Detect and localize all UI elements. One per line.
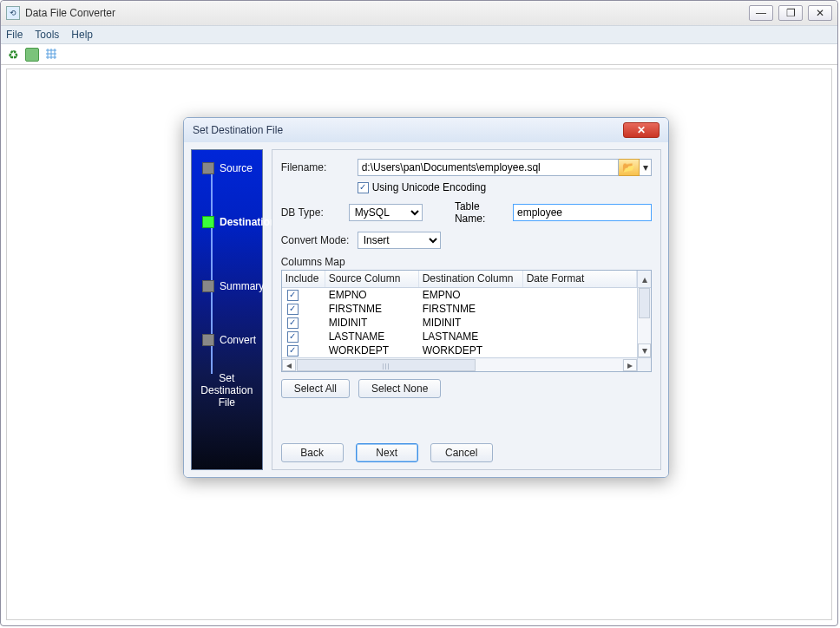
browse-button[interactable]: 📂 (619, 159, 640, 176)
menu-help[interactable]: Help (71, 29, 93, 41)
header-destination-column[interactable]: Destination Column (419, 271, 523, 287)
convert-icon[interactable]: ♻ (6, 48, 20, 62)
source-column-cell: FIRSTNME (325, 303, 419, 315)
include-checkbox[interactable]: ✓ (287, 317, 299, 329)
cancel-button[interactable]: Cancel (430, 443, 493, 462)
columns-grid: Include Source Column Destination Column… (281, 270, 652, 372)
grid-view-icon[interactable] (44, 48, 58, 62)
scroll-right-button[interactable]: ▸ (623, 359, 637, 371)
source-column-cell: EMPNO (325, 289, 419, 301)
titlebar[interactable]: ⟲ Data File Converter — ❐ ✕ (1, 1, 837, 25)
columns-map-label: Columns Map (281, 256, 652, 268)
select-none-button[interactable]: Select None (358, 379, 441, 398)
source-column-cell: WORKDEPT (325, 344, 419, 357)
dialog-body: Source Destination Summary Convert Set D… (184, 142, 668, 477)
scroll-corner (637, 357, 651, 371)
table-row[interactable]: ✓EMPNOEMPNO (282, 288, 637, 302)
dialog-nav: Back Next Cancel (281, 443, 652, 462)
wizard-box-icon (202, 216, 214, 228)
scroll-left-button[interactable]: ◂ (282, 359, 296, 371)
back-button[interactable]: Back (281, 443, 344, 462)
wizard-description: Set Destination File (192, 372, 262, 409)
table-row[interactable]: ✓FIRSTNMEFIRSTNME (282, 302, 637, 316)
wizard-step-label: Destination (220, 216, 276, 228)
header-include[interactable]: Include (282, 271, 325, 287)
include-checkbox[interactable]: ✓ (287, 345, 299, 357)
filename-label: Filename: (281, 161, 351, 173)
wizard-step-source[interactable]: Source (202, 162, 253, 174)
wizard-step-label: Convert (220, 334, 256, 346)
next-button[interactable]: Next (356, 443, 418, 462)
folder-open-icon: 📂 (622, 161, 635, 173)
menu-file[interactable]: File (6, 29, 23, 41)
destination-column-cell: MIDINIT (419, 317, 523, 329)
open-folder-icon[interactable] (25, 48, 39, 62)
scroll-down-button[interactable]: ▾ (638, 343, 651, 357)
set-destination-dialog: Set Destination File ✕ Source Destinatio… (183, 117, 669, 478)
table-row[interactable]: ✓WORKDEPTWORKDEPT (282, 343, 637, 357)
dialog-title: Set Destination File (193, 124, 283, 136)
tablename-label: Table Name: (455, 200, 506, 225)
wizard-step-destination[interactable]: Destination (202, 216, 276, 228)
include-checkbox[interactable]: ✓ (287, 331, 299, 343)
include-checkbox[interactable]: ✓ (287, 304, 299, 315)
destination-column-cell: EMPNO (419, 289, 523, 301)
menu-tools[interactable]: Tools (35, 29, 59, 41)
toolbar: ♻ (1, 44, 837, 65)
wizard-step-summary[interactable]: Summary (202, 280, 264, 292)
wizard-box-icon (202, 334, 214, 346)
scroll-up-button[interactable]: ▴ (637, 271, 651, 287)
table-row[interactable]: ✓LASTNAMELASTNAME (282, 330, 637, 343)
wizard-box-icon (202, 280, 214, 292)
menubar: File Tools Help (1, 25, 837, 44)
unicode-checkbox[interactable]: ✓ (358, 182, 369, 193)
source-column-cell: MIDINIT (325, 317, 419, 329)
window-controls: — ❐ ✕ (749, 5, 832, 21)
grid-header: Include Source Column Destination Column… (282, 271, 651, 288)
convertmode-label: Convert Mode: (281, 234, 351, 246)
form-panel: Filename: 📂 ▾ ✓ Using Unicode Encoding D… (272, 149, 661, 470)
horizontal-scrollbar[interactable]: ◂ ||| ▸ (282, 357, 637, 371)
filename-input[interactable] (358, 159, 619, 176)
vertical-scrollbar[interactable]: ▾ (637, 288, 651, 357)
dbtype-label: DB Type: (281, 206, 342, 219)
tablename-input[interactable] (513, 204, 652, 221)
unicode-checkbox-row: ✓ Using Unicode Encoding (358, 181, 652, 193)
header-source-column[interactable]: Source Column (325, 271, 419, 287)
destination-column-cell: LASTNAME (419, 330, 523, 343)
vscroll-thumb[interactable] (639, 288, 650, 318)
select-all-button[interactable]: Select All (281, 379, 350, 398)
include-checkbox[interactable]: ✓ (287, 290, 299, 301)
wizard-sidebar: Source Destination Summary Convert Set D… (191, 149, 263, 470)
minimize-button[interactable]: — (749, 5, 773, 21)
main-window: ⟲ Data File Converter — ❐ ✕ File Tools H… (0, 0, 838, 626)
table-row[interactable]: ✓MIDINITMIDINIT (282, 316, 637, 330)
destination-column-cell: WORKDEPT (419, 344, 523, 357)
convertmode-select[interactable]: Insert (358, 232, 441, 249)
source-column-cell: LASTNAME (325, 330, 419, 343)
grid-body[interactable]: ✓EMPNOEMPNO✓FIRSTNMEFIRSTNME✓MIDINITMIDI… (282, 288, 637, 357)
filename-history-dropdown[interactable]: ▾ (640, 159, 652, 176)
wizard-step-convert[interactable]: Convert (202, 334, 256, 346)
destination-column-cell: FIRSTNME (419, 303, 523, 315)
wizard-box-icon (202, 162, 214, 174)
close-button[interactable]: ✕ (808, 5, 832, 21)
header-date-format[interactable]: Date Format (523, 271, 637, 287)
filename-combo: 📂 ▾ (358, 159, 652, 176)
dbtype-select[interactable]: MySQL (349, 204, 423, 221)
wizard-step-label: Summary (220, 280, 264, 292)
dialog-close-button[interactable]: ✕ (623, 122, 660, 138)
unicode-label: Using Unicode Encoding (372, 181, 486, 193)
dialog-titlebar[interactable]: Set Destination File ✕ (184, 118, 668, 142)
wizard-step-label: Source (220, 162, 253, 174)
maximize-button[interactable]: ❐ (778, 5, 803, 21)
app-icon: ⟲ (6, 6, 20, 20)
window-title: Data File Converter (25, 7, 115, 19)
hscroll-thumb[interactable]: ||| (297, 359, 476, 371)
